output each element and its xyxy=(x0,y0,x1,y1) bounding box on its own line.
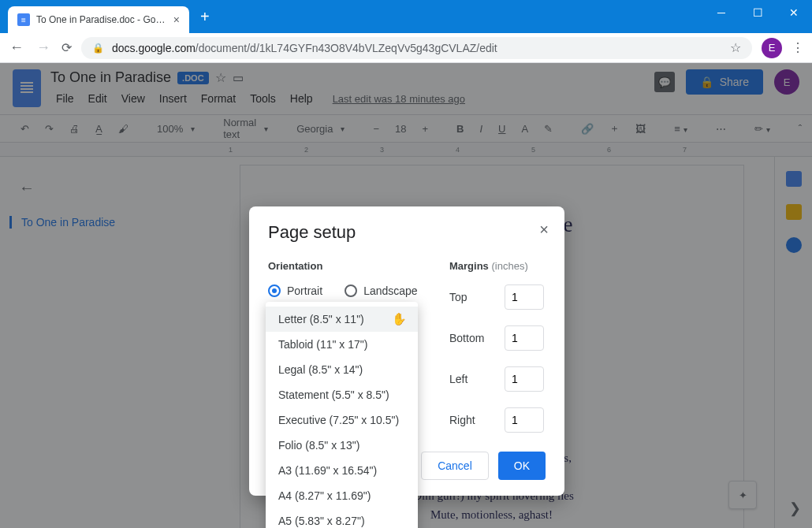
paper-size-option[interactable]: Letter (8.5" x 11") xyxy=(266,307,418,332)
margins-label: Margins (inches) xyxy=(449,260,546,272)
radio-unchecked-icon xyxy=(345,284,357,297)
margin-top-label: Top xyxy=(449,291,497,303)
omnibox[interactable]: 🔒 docs.google.com/document/d/1kL74GYFn43… xyxy=(81,37,752,59)
nav-forward-button[interactable]: → xyxy=(35,39,52,56)
window-titlebar: ≡ To One in Paradise.doc - Google × + ─ … xyxy=(0,0,812,33)
window-close-button[interactable]: ✕ xyxy=(776,0,812,25)
paper-size-option[interactable]: A3 (11.69" x 16.54") xyxy=(266,458,418,483)
paper-size-option[interactable]: Folio (8.5" x 13") xyxy=(266,433,418,458)
orientation-portrait-radio[interactable]: Portrait xyxy=(268,284,322,297)
margin-right-input[interactable] xyxy=(505,407,544,433)
margin-right-label: Right xyxy=(449,414,497,426)
orientation-label: Orientation xyxy=(268,260,426,272)
docs-app: To One in Paradise .DOC ☆ ▭ File Edit Vi… xyxy=(0,63,812,528)
dialog-title: Page setup xyxy=(268,222,546,243)
paper-size-option[interactable]: Tabloid (11" x 17") xyxy=(266,332,418,357)
paper-size-option[interactable]: Executive (7.25" x 10.5") xyxy=(266,407,418,433)
url-path: /document/d/1kL74GYFn43O8V4bVLZeqVv5g43g… xyxy=(196,42,497,54)
browser-menu-button[interactable]: ⋮ xyxy=(792,40,804,55)
docs-favicon-icon: ≡ xyxy=(17,13,30,26)
tab-title: To One in Paradise.doc - Google xyxy=(36,14,167,25)
cancel-button[interactable]: Cancel xyxy=(421,452,489,480)
reload-button[interactable]: ⟳ xyxy=(61,40,72,55)
paper-size-option[interactable]: Statement (5.5" x 8.5") xyxy=(266,382,418,407)
orientation-landscape-radio[interactable]: Landscape xyxy=(345,284,418,297)
paper-size-option[interactable]: A4 (8.27" x 11.69") xyxy=(266,483,418,508)
paper-size-dropdown: Letter (8.5" x 11") Tabloid (11" x 17") … xyxy=(266,302,418,528)
margin-left-input[interactable] xyxy=(505,366,544,392)
paper-size-option[interactable]: A5 (5.83" x 8.27") xyxy=(266,508,418,528)
paper-size-option[interactable]: Legal (8.5" x 14") xyxy=(266,357,418,382)
window-maximize-button[interactable]: ☐ xyxy=(739,0,776,25)
window-controls: ─ ☐ ✕ xyxy=(703,0,812,25)
browser-tab-active[interactable]: ≡ To One in Paradise.doc - Google × xyxy=(8,6,189,33)
tab-close-icon[interactable]: × xyxy=(173,13,180,26)
dialog-close-icon[interactable]: × xyxy=(539,221,549,239)
nav-back-button[interactable]: ← xyxy=(8,39,25,56)
margin-top-input[interactable] xyxy=(505,284,544,310)
margin-bottom-label: Bottom xyxy=(449,332,497,344)
browser-profile-button[interactable]: E xyxy=(762,38,782,58)
new-tab-button[interactable]: + xyxy=(200,8,210,26)
url-domain: docs.google.com xyxy=(112,42,196,54)
margin-bottom-input[interactable] xyxy=(505,325,544,351)
browser-tabs: ≡ To One in Paradise.doc - Google × + xyxy=(0,0,210,33)
bookmark-star-icon[interactable]: ☆ xyxy=(730,40,741,55)
radio-checked-icon xyxy=(268,284,281,297)
lock-icon: 🔒 xyxy=(92,43,104,54)
margin-left-label: Left xyxy=(449,373,497,385)
browser-urlbar: ← → ⟳ 🔒 docs.google.com/document/d/1kL74… xyxy=(0,33,812,63)
window-minimize-button[interactable]: ─ xyxy=(703,0,739,25)
ok-button[interactable]: OK xyxy=(498,452,546,480)
